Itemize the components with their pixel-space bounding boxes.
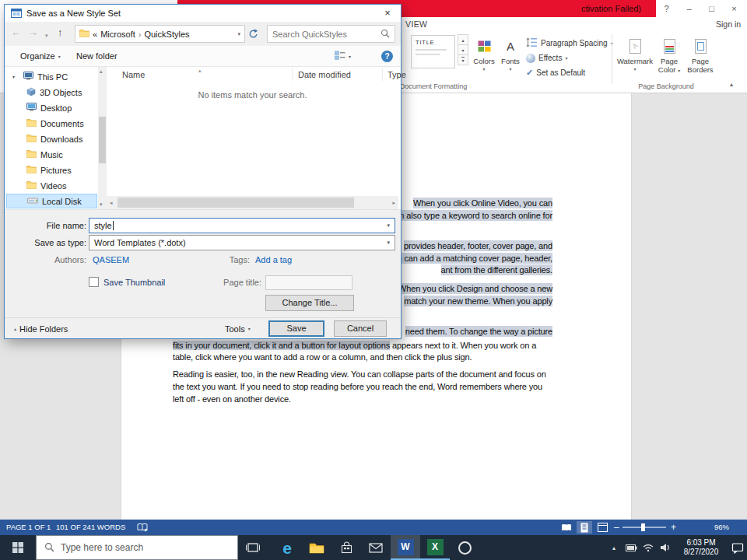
taskbar-clock[interactable]: 6:03 PM 8/27/2020 bbox=[674, 535, 728, 560]
fonts-button[interactable]: A Fonts ▾ bbox=[499, 33, 522, 83]
column-header-name[interactable]: Name bbox=[122, 67, 145, 82]
page-color-button[interactable]: Page Color ▾ bbox=[655, 33, 683, 83]
volume-tray-icon[interactable] bbox=[657, 535, 674, 560]
dialog-search-input[interactable]: Search QuickStyles bbox=[267, 25, 395, 43]
file-name-input[interactable]: style ▾ bbox=[89, 218, 395, 233]
store-taskbar-button[interactable] bbox=[331, 535, 361, 560]
chevron-down-icon[interactable]: ▾ bbox=[237, 31, 240, 37]
page-borders-button[interactable]: Page Borders bbox=[685, 33, 716, 83]
close-button[interactable]: × bbox=[723, 4, 745, 13]
help-button[interactable]: ? bbox=[655, 4, 678, 13]
scrollbar-thumb[interactable] bbox=[99, 117, 106, 163]
scroll-left-icon[interactable]: ◂ bbox=[110, 200, 113, 206]
page-indicator[interactable]: PAGE 1 OF 1 bbox=[6, 520, 51, 535]
help-icon: ? bbox=[381, 51, 393, 62]
gallery-scroll-up-icon[interactable]: ▴ bbox=[458, 34, 468, 45]
add-tag-link[interactable]: Add a tag bbox=[255, 252, 292, 268]
hide-folders-button[interactable]: ▴ Hide Folders bbox=[14, 318, 68, 339]
app-taskbar-button[interactable] bbox=[450, 535, 479, 560]
zoom-out-button[interactable]: – bbox=[614, 520, 619, 535]
sidebar-item-documents[interactable]: Documents bbox=[6, 116, 97, 131]
chevron-down-icon[interactable]: ▾ bbox=[387, 222, 390, 229]
mail-taskbar-button[interactable] bbox=[361, 535, 391, 560]
sidebar-item-local-disk[interactable]: Local Disk bbox=[6, 194, 97, 208]
organize-button[interactable]: Organize ▾ bbox=[20, 46, 61, 66]
sidebar-item-desktop[interactable]: Desktop bbox=[6, 100, 97, 115]
save-thumbnail-checkbox[interactable] bbox=[89, 277, 99, 287]
word-count[interactable]: 101 OF 241 WORDS bbox=[56, 520, 125, 535]
chevron-down-icon[interactable]: ▾ bbox=[387, 240, 390, 246]
save-button[interactable]: Save bbox=[268, 320, 324, 337]
save-thumbnail-label[interactable]: Save Thumbnail bbox=[103, 277, 165, 288]
tools-button[interactable]: Tools ▾ bbox=[225, 318, 251, 339]
read-mode-button[interactable] bbox=[559, 521, 574, 534]
task-view-button[interactable] bbox=[238, 535, 268, 560]
change-title-button[interactable]: Change Title... bbox=[265, 295, 354, 311]
zoom-in-button[interactable]: + bbox=[671, 520, 676, 535]
network-tray-icon[interactable] bbox=[640, 535, 657, 560]
colors-button[interactable]: Colors ▾ bbox=[471, 33, 497, 83]
breadcrumb-overflow[interactable]: « bbox=[93, 30, 97, 39]
recent-locations-icon[interactable]: ▾ bbox=[45, 28, 48, 44]
column-divider[interactable] bbox=[382, 68, 383, 81]
sidebar-item-music[interactable]: Music bbox=[6, 147, 97, 162]
zoom-slider-thumb[interactable] bbox=[641, 523, 645, 531]
file-list-horizontal-scrollbar[interactable]: ◂ ▸ bbox=[107, 196, 398, 209]
sidebar-item-this-pc[interactable]: ▾ This PC bbox=[6, 69, 97, 84]
breadcrumb-parent[interactable]: Microsoft bbox=[100, 30, 135, 39]
excel-taskbar-button[interactable]: X bbox=[420, 535, 450, 560]
watermark-button[interactable]: A Watermark ▾ bbox=[616, 33, 654, 83]
minimize-button[interactable]: – bbox=[678, 4, 700, 13]
web-layout-button[interactable] bbox=[594, 521, 610, 534]
scroll-down-icon[interactable]: ▾ bbox=[100, 201, 103, 208]
maximize-button[interactable]: □ bbox=[700, 4, 723, 13]
tray-expand-button[interactable]: ▴ bbox=[605, 535, 622, 560]
sidebar-scrollbar[interactable]: ▴ ▾ bbox=[98, 67, 107, 209]
start-button[interactable] bbox=[0, 535, 36, 560]
set-as-default-button[interactable]: ✓ Set as Default bbox=[526, 66, 585, 79]
edge-taskbar-button[interactable]: e bbox=[272, 535, 302, 560]
gallery-more-icon[interactable]: ▾ bbox=[458, 54, 468, 65]
address-bar[interactable]: « Microsoft › QuickStyles ▾ bbox=[75, 25, 245, 43]
back-icon[interactable]: ← bbox=[11, 25, 21, 40]
new-folder-button[interactable]: New folder bbox=[76, 46, 117, 66]
column-divider[interactable] bbox=[292, 68, 293, 81]
sidebar-item-videos[interactable]: Videos bbox=[6, 178, 97, 193]
cancel-button[interactable]: Cancel bbox=[334, 320, 387, 337]
breadcrumb-current[interactable]: QuickStyles bbox=[144, 30, 189, 39]
battery-tray-icon[interactable] bbox=[622, 535, 640, 560]
sidebar-item-downloads[interactable]: Downloads bbox=[6, 131, 97, 146]
gallery-scroll-down-icon[interactable]: ▾ bbox=[458, 44, 468, 55]
dialog-titlebar[interactable]: Save as a New Style Set × bbox=[5, 5, 401, 22]
column-header-date-modified[interactable]: Date modified bbox=[298, 67, 351, 82]
column-header-type[interactable]: Type bbox=[388, 67, 406, 82]
word-taskbar-button[interactable]: W bbox=[391, 535, 420, 560]
refresh-icon[interactable] bbox=[248, 29, 258, 40]
file-explorer-taskbar-button[interactable] bbox=[302, 535, 331, 560]
close-icon[interactable]: × bbox=[376, 5, 399, 22]
save-as-type-select[interactable]: Word Templates (*.dotx) ▾ bbox=[89, 235, 395, 250]
help-button[interactable]: ? bbox=[381, 46, 393, 66]
scrollbar-thumb[interactable] bbox=[117, 198, 354, 208]
style-set-gallery-item[interactable]: TITLE bbox=[411, 35, 455, 68]
sign-in-link[interactable]: Sign in bbox=[716, 17, 741, 32]
scroll-up-icon[interactable]: ▴ bbox=[100, 68, 103, 75]
up-icon[interactable]: ↑ bbox=[58, 25, 63, 40]
print-layout-button[interactable] bbox=[577, 521, 592, 534]
forward-icon[interactable]: → bbox=[28, 25, 38, 40]
collapse-ribbon-icon[interactable]: ▴ bbox=[730, 81, 733, 88]
taskbar-search-input[interactable]: Type here to search bbox=[36, 535, 238, 560]
change-view-button[interactable]: ▾ bbox=[335, 46, 351, 66]
proofing-icon[interactable] bbox=[137, 520, 148, 535]
action-center-button[interactable] bbox=[728, 535, 747, 560]
sidebar-item-3d-objects[interactable]: 3D Objects bbox=[6, 85, 97, 100]
expander-icon[interactable]: ▾ bbox=[12, 74, 19, 79]
paragraph-spacing-button[interactable]: Paragraph Spacing ▾ bbox=[526, 37, 613, 50]
effects-button[interactable]: Effects ▾ bbox=[526, 51, 567, 65]
tab-view[interactable]: VIEW bbox=[405, 17, 427, 32]
page-title-input[interactable] bbox=[265, 275, 352, 290]
authors-value[interactable]: QASEEM bbox=[93, 252, 129, 268]
sidebar-item-pictures[interactable]: Pictures bbox=[6, 163, 97, 177]
scroll-right-icon[interactable]: ▸ bbox=[392, 200, 395, 206]
zoom-level[interactable]: 96% bbox=[714, 520, 729, 535]
